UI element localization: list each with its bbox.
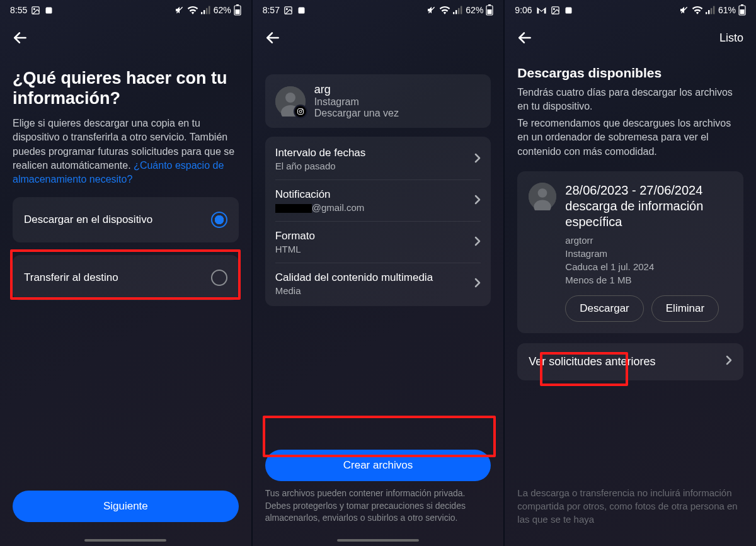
status-bar: 8:55 62% [0, 0, 251, 20]
content-area: Descargas disponibles Tendrás cuatro día… [505, 55, 756, 546]
mute-icon [175, 5, 185, 15]
avatar [529, 183, 556, 210]
svg-rect-32 [565, 7, 571, 13]
download-expires: Caduca el 1 jul. 2024 [565, 260, 732, 273]
redacted-icon [275, 204, 312, 213]
next-button[interactable]: Siguiente [13, 491, 239, 522]
option-notification[interactable]: Notificación @gmail.com [275, 182, 481, 219]
battery-icon [234, 4, 241, 16]
desc-line: Tendrás cuatro días para descargar los a… [517, 87, 733, 111]
option-transfer-destination[interactable]: Transferir al destino [13, 255, 239, 300]
status-battery-pct: 62% [214, 5, 231, 15]
status-battery-pct: 62% [466, 5, 483, 15]
battery-icon [486, 4, 493, 16]
option-label: Formato [275, 230, 315, 242]
svg-point-25 [285, 93, 295, 103]
chevron-right-icon [726, 355, 732, 368]
svg-rect-9 [236, 4, 239, 6]
status-time: 9:06 [515, 5, 532, 15]
svg-point-28 [299, 110, 302, 113]
option-download-device[interactable]: Descargar en el dispositivo [13, 197, 239, 242]
done-button[interactable]: Listo [714, 31, 748, 45]
gmail-icon [536, 6, 547, 14]
back-button[interactable] [512, 25, 537, 50]
svg-rect-6 [206, 8, 207, 14]
status-bar: 8:57 62% [253, 0, 504, 20]
profile-platform: Instagram [314, 96, 399, 108]
image-icon [31, 6, 40, 15]
options-card: Intervalo de fechas El año pasado Notifi… [265, 137, 491, 306]
instagram-badge-icon [294, 105, 307, 118]
status-battery-pct: 61% [718, 5, 736, 15]
previous-requests-link[interactable]: Ver solicitudes anteriores [517, 343, 743, 380]
bottom-note: La descarga o transferencia no incluirá … [517, 486, 743, 526]
download-platform: Instagram [565, 247, 732, 260]
download-button[interactable]: Descargar [565, 295, 643, 322]
svg-rect-34 [706, 12, 707, 14]
option-label: Notificación [275, 188, 365, 201]
svg-rect-10 [235, 9, 239, 14]
wifi-icon [439, 6, 450, 14]
section-description: Tendrás cuatro días para descargar los a… [517, 86, 743, 114]
signal-icon [453, 6, 463, 14]
chevron-right-icon [474, 236, 481, 249]
option-value: Media [275, 285, 433, 296]
header [0, 20, 251, 55]
content-area: ¿Qué quieres hacer con tu información? E… [0, 55, 251, 535]
option-format[interactable]: Formato HTML [275, 224, 481, 261]
chevron-right-icon [474, 278, 481, 290]
back-button[interactable] [260, 25, 285, 50]
option-label: Calidad del contenido multimedia [275, 271, 433, 284]
svg-rect-37 [713, 6, 714, 14]
avatar [275, 86, 306, 117]
header: Listo [505, 20, 756, 55]
battery-icon [738, 4, 746, 16]
radio-unchecked-icon [211, 270, 227, 286]
wifi-icon [187, 6, 198, 14]
app-icon [564, 6, 573, 15]
option-date-range[interactable]: Intervalo de fechas El año pasado [275, 140, 481, 178]
signal-icon [201, 6, 211, 14]
mute-icon [679, 5, 689, 15]
create-files-button[interactable]: Crear archivos [265, 450, 491, 481]
nav-handle[interactable] [0, 535, 251, 546]
option-value: El año pasado [275, 161, 366, 171]
svg-rect-16 [453, 12, 454, 14]
svg-point-31 [553, 8, 554, 9]
page-description: Elige si quieres descargar una copia en … [13, 117, 239, 187]
status-time: 8:55 [10, 5, 27, 15]
nav-handle[interactable] [253, 535, 504, 546]
download-username: argtorr [565, 234, 732, 247]
section-description-2: Te recomendamos que descargues los archi… [517, 117, 743, 159]
delete-button[interactable]: Eliminar [651, 295, 719, 322]
phone-screen-1: 8:55 62% ¿Qué quieres hacer con tu infor… [0, 0, 251, 546]
svg-rect-22 [488, 9, 492, 14]
option-label: Descargar en el dispositivo [24, 213, 152, 226]
svg-rect-7 [209, 6, 210, 14]
content-area: arg Instagram Descargar una vez Interval… [253, 55, 504, 535]
option-value: HTML [275, 244, 315, 254]
option-label: Intervalo de fechas [275, 147, 366, 159]
header [253, 20, 504, 55]
svg-point-1 [34, 8, 35, 9]
svg-rect-35 [708, 10, 709, 14]
svg-rect-40 [740, 9, 745, 14]
option-value: @gmail.com [275, 202, 365, 213]
svg-rect-14 [298, 7, 304, 13]
phone-screen-2: 8:57 62% ar [253, 0, 504, 546]
download-card: 28/06/2023 - 27/06/2024 descarga de info… [517, 171, 743, 333]
profile-mode: Descargar una vez [314, 108, 399, 119]
back-button[interactable] [8, 25, 33, 50]
footer-note: Tus archivos pueden contener información… [265, 487, 491, 525]
svg-rect-4 [201, 12, 202, 14]
status-time: 8:57 [263, 5, 280, 15]
option-media-quality[interactable]: Calidad del contenido multimedia Media [275, 265, 481, 302]
app-icon [297, 6, 306, 15]
svg-rect-5 [203, 10, 205, 14]
svg-point-29 [302, 109, 302, 110]
download-title: 28/06/2023 - 27/06/2024 descarga de info… [565, 183, 732, 230]
svg-point-43 [538, 188, 547, 198]
wifi-icon [692, 6, 703, 14]
link-label: Ver solicitudes anteriores [529, 355, 655, 369]
svg-point-13 [286, 8, 287, 9]
